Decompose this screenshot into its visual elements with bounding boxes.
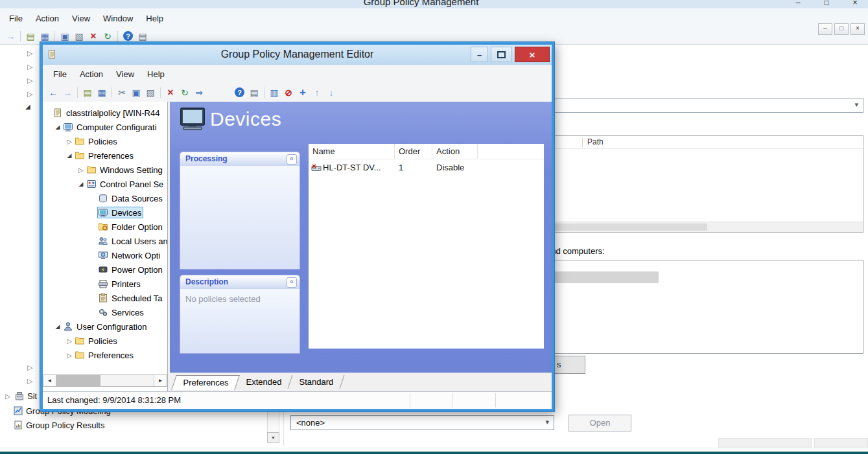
tree-item-policies[interactable]: ▷Policies [43, 334, 167, 348]
minimize-button[interactable]: – [471, 47, 488, 62]
tree-item-devices[interactable]: Devices [43, 205, 167, 220]
back-icon[interactable]: ← [46, 86, 60, 99]
expander-icon[interactable]: ▷ [27, 377, 32, 385]
expander-icon[interactable]: ▷ [27, 63, 32, 71]
forward-icon[interactable]: → [3, 30, 18, 43]
collapse-button[interactable]: » [287, 154, 297, 165]
column-header-name[interactable]: Name [309, 144, 395, 159]
maximize-button[interactable] [491, 47, 512, 62]
disable-icon[interactable]: ⊘ [281, 86, 296, 99]
expander-icon[interactable]: ▷ [27, 49, 32, 58]
mdi-close-button[interactable]: × [850, 23, 865, 35]
console-tree-icon[interactable]: ▦ [95, 86, 109, 99]
expander-icon[interactable]: ◢ [65, 152, 74, 159]
collapse-button[interactable]: » [287, 277, 297, 288]
help-icon[interactable]: ? [235, 87, 244, 97]
wmi-filter-dropdown[interactable]: <none> ▾ [290, 415, 554, 430]
mdi-restore-button[interactable]: □ [834, 23, 849, 35]
column-header-path[interactable]: Path [587, 137, 604, 146]
close-button[interactable]: × [515, 47, 550, 62]
export-list-icon[interactable]: ▤ [80, 86, 95, 99]
expander-icon[interactable]: ▷ [65, 338, 74, 345]
menu-view[interactable]: View [65, 11, 97, 26]
delete-icon[interactable]: × [163, 86, 178, 99]
expander-icon[interactable]: ◢ [25, 103, 30, 110]
expander-icon[interactable]: ▷ [65, 138, 74, 145]
icon-list-icon[interactable]: ▤ [135, 30, 150, 43]
scrollbar-thumb[interactable] [56, 375, 100, 386]
table-row[interactable]: HL-DT-ST DV...1Disable [309, 159, 544, 176]
menu-help[interactable]: Help [141, 67, 171, 82]
tree-item-local-users-an[interactable]: Local Users an [43, 234, 167, 248]
expander-icon[interactable]: ▷ [27, 76, 32, 85]
open-button[interactable]: Open [569, 415, 631, 431]
tree-item-preferences[interactable]: ▷Preferences [43, 348, 167, 362]
tree-item-computer-configurati[interactable]: ◢Computer Configurati [43, 120, 167, 134]
horizontal-scrollbar[interactable]: ◄ ► [43, 374, 167, 387]
scroll-left-button[interactable]: ◄ [43, 375, 56, 386]
menu-view[interactable]: View [110, 67, 141, 82]
properties-icon[interactable]: ▥ [267, 86, 281, 99]
paste-icon[interactable]: ▧ [143, 86, 158, 99]
gpm-title-bar[interactable]: Group Policy Management – □ × [0, 0, 868, 8]
tree-item-folder-option[interactable]: Folder Option [43, 220, 167, 234]
scroll-right-button[interactable]: ► [154, 375, 167, 386]
cut-icon[interactable]: ✂ [115, 86, 129, 99]
expander-icon[interactable]: ▷ [4, 393, 12, 400]
menu-file[interactable]: File [47, 67, 73, 82]
tree-item-power-option[interactable]: Power Option [43, 262, 167, 277]
tree-item-data-sources[interactable]: Data Sources [43, 191, 167, 205]
expander-icon[interactable]: ◢ [76, 181, 86, 187]
column-header-order[interactable]: Order [395, 144, 432, 159]
export-list-icon[interactable]: ▤ [23, 30, 38, 43]
tree-item-network-opti[interactable]: Network Opti [43, 248, 167, 262]
tree-item-policies[interactable]: ▷Policies [43, 134, 167, 148]
refresh-icon[interactable]: ↻ [178, 86, 192, 99]
maximize-button[interactable]: □ [817, 0, 836, 7]
add-icon[interactable]: + [296, 86, 310, 99]
expander-icon[interactable]: ▷ [76, 167, 86, 174]
column-divider[interactable] [582, 137, 583, 147]
tree-item-classtrialpolicy-win-r44[interactable]: classtrialpolicy [WIN-R44 [43, 106, 167, 120]
menu-action[interactable]: Action [73, 67, 110, 82]
sidebar-item-group-policy-results[interactable]: Group Policy Results [13, 419, 104, 431]
tree-item-control-panel-se[interactable]: ◢Control Panel Se [43, 177, 167, 191]
copy-icon[interactable]: ▣ [58, 30, 72, 43]
move-down-icon[interactable]: ↓ [324, 86, 338, 99]
tab-extended[interactable]: Extended [235, 375, 293, 389]
mdi-minimize-button[interactable]: – [818, 23, 832, 35]
tab-preferences[interactable]: Preferences [171, 375, 240, 390]
vertical-scrollbar[interactable] [267, 411, 279, 433]
refresh-icon[interactable]: ↻ [100, 30, 115, 43]
paste-icon[interactable]: ▧ [72, 30, 86, 43]
scroll-down-button[interactable]: ▼ [267, 432, 279, 443]
menu-window[interactable]: Window [97, 11, 139, 26]
tree-item-printers[interactable]: Printers [43, 277, 167, 291]
tree-item-user-configuration[interactable]: ◢User Configuration [43, 319, 167, 334]
copy-icon[interactable]: ▣ [129, 86, 143, 99]
help-icon[interactable]: ? [123, 31, 133, 41]
menu-help[interactable]: Help [139, 11, 170, 26]
icon-list-icon[interactable]: ▤ [247, 86, 261, 99]
tab-standard[interactable]: Standard [288, 375, 345, 389]
expander-icon[interactable]: ▷ [27, 90, 32, 98]
export-icon[interactable]: ⇒ [192, 86, 206, 99]
console-tree-icon[interactable]: ▦ [38, 30, 52, 43]
expander-icon[interactable]: ◢ [53, 323, 62, 330]
sidebar-item-sites[interactable]: ▷ Sit [4, 389, 37, 402]
menu-action[interactable]: Action [29, 11, 65, 26]
tree-item-scheduled-ta[interactable]: Scheduled Ta [43, 291, 167, 305]
title-bar[interactable]: Group Policy Management Editor – × [43, 45, 552, 65]
column-header-action[interactable]: Action [432, 144, 478, 159]
forward-icon[interactable]: → [60, 86, 75, 99]
expander-icon[interactable]: ◢ [53, 124, 62, 130]
tree-item-preferences[interactable]: ◢Preferences [43, 148, 167, 163]
expander-icon[interactable]: ▷ [27, 363, 32, 372]
tree-item-windows-setting[interactable]: ▷Windows Setting [43, 163, 167, 177]
tree-item-services[interactable]: Services [43, 305, 167, 319]
delete-icon[interactable]: × [86, 30, 100, 43]
move-up-icon[interactable]: ↑ [310, 86, 324, 99]
minimize-button[interactable]: – [789, 0, 807, 7]
menu-file[interactable]: File [3, 11, 29, 26]
expander-icon[interactable]: ▷ [65, 352, 74, 359]
